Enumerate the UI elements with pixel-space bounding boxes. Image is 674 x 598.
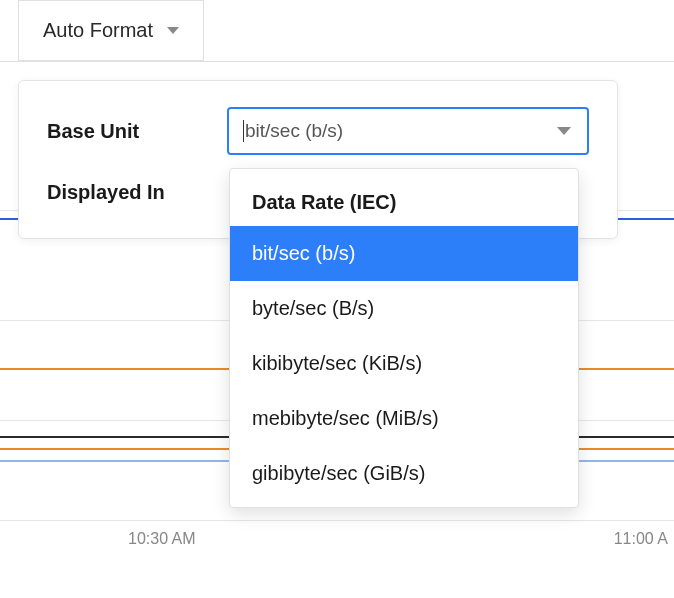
auto-format-tab[interactable]: Auto Format [18,0,204,61]
tab-label: Auto Format [43,19,153,42]
dropdown-option[interactable]: gibibyte/sec (GiB/s) [230,446,578,501]
dropdown-option[interactable]: byte/sec (B/s) [230,281,578,336]
dropdown-option[interactable]: kibibyte/sec (KiB/s) [230,336,578,391]
base-unit-dropdown: Data Rate (IEC) bit/sec (b/s) byte/sec (… [229,168,579,508]
displayed-in-label: Displayed In [47,181,227,204]
chart-gridline [0,520,674,521]
x-axis-tick: 10:30 AM [128,530,196,548]
dropdown-option[interactable]: mebibyte/sec (MiB/s) [230,391,578,446]
caret-down-icon [557,127,571,135]
base-unit-select[interactable]: bit/sec (b/s) [227,107,589,155]
base-unit-label: Base Unit [47,120,227,143]
dropdown-category-header: Data Rate (IEC) [230,175,578,226]
base-unit-value: bit/sec (b/s) [245,120,343,142]
tab-bar: Auto Format [0,0,674,62]
dropdown-option[interactable]: bit/sec (b/s) [230,226,578,281]
base-unit-row: Base Unit bit/sec (b/s) [47,107,589,155]
caret-down-icon [167,27,179,34]
x-axis-tick: 11:00 A [614,530,668,548]
text-cursor [243,120,244,142]
